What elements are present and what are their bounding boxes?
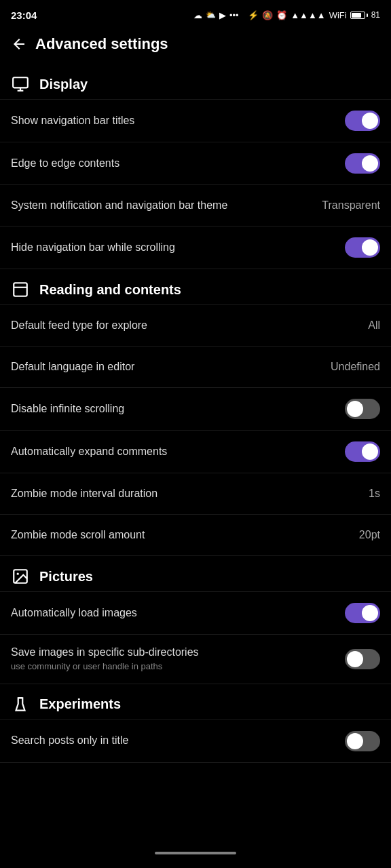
display-icon xyxy=(11,75,30,94)
svg-rect-0 xyxy=(13,77,28,87)
disable-infinite-scrolling-label: Disable infinite scrolling xyxy=(11,402,345,416)
bottom-home-indicator xyxy=(155,852,236,854)
search-posts-title-label: Search posts only in title xyxy=(11,734,345,748)
default-feed-type-value: All xyxy=(368,319,380,332)
zombie-mode-interval-label: Zombie mode interval duration xyxy=(11,487,369,501)
show-nav-bar-titles-row: Show navigation bar titles xyxy=(0,100,391,142)
default-feed-type-row[interactable]: Default feed type for explore All xyxy=(0,305,391,346)
back-button[interactable] xyxy=(11,36,27,52)
display-section-header: Display xyxy=(0,64,391,99)
auto-load-images-label: Automatically load images xyxy=(11,606,345,620)
experiments-section-title: Experiments xyxy=(39,696,121,712)
page-title: Advanced settings xyxy=(35,35,168,53)
system-notification-theme-row[interactable]: System notification and navigation bar t… xyxy=(0,185,391,226)
default-feed-type-label: Default feed type for explore xyxy=(11,319,368,333)
experiments-icon xyxy=(11,695,30,714)
show-nav-bar-titles-label: Show navigation bar titles xyxy=(11,114,345,128)
search-posts-title-toggle[interactable] xyxy=(345,731,380,751)
cloud-icon: ☁ xyxy=(193,10,202,20)
pictures-icon xyxy=(11,567,30,586)
reading-section-header: Reading and contents xyxy=(0,269,391,304)
reading-icon xyxy=(11,280,30,299)
alarm-icon: ⏰ xyxy=(276,10,287,20)
edge-to-edge-row: Edge to edge contents xyxy=(0,142,391,184)
default-language-editor-label: Default language in editor xyxy=(11,360,331,374)
hide-nav-bar-scrolling-label: Hide navigation bar while scrolling xyxy=(11,241,345,255)
pictures-section-header: Pictures xyxy=(0,556,391,591)
bluetooth-icon: ⚡ xyxy=(248,10,259,20)
auto-load-images-row: Automatically load images xyxy=(0,592,391,634)
auto-expand-comments-row: Automatically expand comments xyxy=(0,431,391,473)
default-language-editor-value: Undefined xyxy=(331,361,380,373)
page-header: Advanced settings xyxy=(0,27,391,64)
reading-section-title: Reading and contents xyxy=(39,282,181,298)
cloud2-icon: ⛅ xyxy=(206,10,216,20)
save-images-sub-dirs-toggle[interactable] xyxy=(345,649,380,669)
save-images-sub-dirs-label: Save images in specific sub-directories … xyxy=(11,646,345,673)
svg-rect-3 xyxy=(14,283,27,296)
mute-icon: 🔕 xyxy=(262,10,273,20)
status-bar: 23:04 ☁ ⛅ ▶ ••• ⚡ 🔕 ⏰ ▲▲▲▲ WiFi 81 xyxy=(0,0,391,27)
edge-to-edge-label: Edge to edge contents xyxy=(11,157,345,171)
pictures-section-title: Pictures xyxy=(39,569,93,585)
disable-infinite-scrolling-toggle[interactable] xyxy=(345,399,380,419)
system-notification-theme-value: Transparent xyxy=(322,199,380,212)
svg-point-7 xyxy=(17,573,19,575)
experiments-section-header: Experiments xyxy=(0,684,391,719)
default-language-editor-row[interactable]: Default language in editor Undefined xyxy=(0,347,391,387)
zombie-mode-interval-value: 1s xyxy=(369,488,380,500)
hide-nav-bar-scrolling-toggle[interactable] xyxy=(345,237,380,258)
auto-expand-comments-toggle[interactable] xyxy=(345,441,380,462)
battery-percent: 81 xyxy=(371,10,380,20)
zombie-mode-scroll-value: 20pt xyxy=(359,529,380,541)
auto-load-images-toggle[interactable] xyxy=(345,603,380,623)
zombie-mode-scroll-row[interactable]: Zombie mode scroll amount 20pt xyxy=(0,515,391,555)
more-icon: ••• xyxy=(229,10,239,20)
status-icons: ☁ ⛅ ▶ ••• ⚡ 🔕 ⏰ ▲▲▲▲ WiFi 81 xyxy=(193,10,380,20)
auto-expand-comments-label: Automatically expand comments xyxy=(11,445,345,459)
youtube-icon: ▶ xyxy=(219,10,226,20)
display-section-title: Display xyxy=(39,77,88,92)
battery-indicator xyxy=(350,12,368,19)
bottom-nav-bar xyxy=(0,845,391,868)
edge-to-edge-toggle[interactable] xyxy=(345,153,380,174)
hide-nav-bar-scrolling-row: Hide navigation bar while scrolling xyxy=(0,226,391,269)
zombie-mode-scroll-label: Zombie mode scroll amount xyxy=(11,528,359,542)
disable-infinite-scrolling-row: Disable infinite scrolling xyxy=(0,388,391,430)
status-time: 23:04 xyxy=(11,9,37,21)
save-images-sub-dirs-row: Save images in specific sub-directories … xyxy=(0,635,391,684)
wifi-icon: WiFi xyxy=(329,10,347,20)
show-nav-bar-titles-toggle[interactable] xyxy=(345,111,380,131)
save-images-sub-dirs-sublabel: use community or user handle in paths xyxy=(11,661,337,673)
system-notification-theme-label: System notification and navigation bar t… xyxy=(11,199,322,213)
search-posts-title-row: Search posts only in title xyxy=(0,720,391,762)
zombie-mode-interval-row[interactable]: Zombie mode interval duration 1s xyxy=(0,473,391,514)
signal-icon: ▲▲▲▲ xyxy=(291,10,325,20)
